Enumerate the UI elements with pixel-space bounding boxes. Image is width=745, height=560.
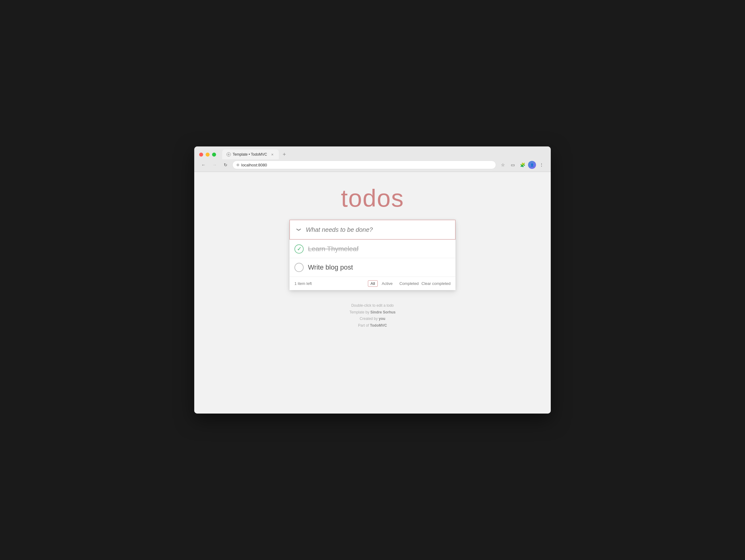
- tab-close-button[interactable]: ✕: [270, 152, 274, 156]
- new-todo-input[interactable]: [306, 226, 450, 233]
- footer-line-1: Double-click to edit a todo: [350, 303, 395, 309]
- traffic-lights: [199, 152, 216, 156]
- todo-text-1: Learn Thymeleaf: [308, 245, 451, 253]
- filter-active-button[interactable]: Active: [379, 280, 395, 287]
- reload-button[interactable]: ↻: [221, 161, 230, 169]
- maximize-button[interactable]: [212, 152, 216, 156]
- browser-chrome: ⊕ Template • TodoMVC ✕ + ← → ↻ ⊕ localho…: [194, 146, 551, 172]
- checkmark-icon: [297, 246, 301, 252]
- items-left-count: 1 item left: [294, 281, 368, 286]
- nav-actions: ☆ ▭ 🧩 👤 ⋮: [498, 161, 546, 169]
- todo-checkbox-1[interactable]: [294, 244, 304, 254]
- minimize-button[interactable]: [205, 152, 209, 156]
- footer-line-3: Created by you: [350, 316, 395, 322]
- browser-window: ⊕ Template • TodoMVC ✕ + ← → ↻ ⊕ localho…: [194, 146, 551, 414]
- todo-item: Learn Thymeleaf: [290, 240, 455, 258]
- todo-input-area: [290, 220, 455, 240]
- back-button[interactable]: ←: [199, 161, 208, 169]
- todo-checkbox-2[interactable]: [294, 263, 304, 272]
- address-bar[interactable]: ⊕ localhost:8080: [232, 161, 496, 169]
- extensions-button[interactable]: 🧩: [518, 161, 527, 169]
- footer-line-2: Template by Sindre Sorhus: [350, 309, 395, 316]
- title-bar: ⊕ Template • TodoMVC ✕ +: [194, 146, 551, 159]
- filter-all-button[interactable]: All: [368, 280, 378, 287]
- page-content: todos Learn Thymeleaf: [194, 172, 551, 414]
- toggle-all-button[interactable]: [295, 225, 303, 234]
- bookmark-button[interactable]: ☆: [498, 161, 507, 169]
- menu-button[interactable]: ⋮: [537, 161, 546, 169]
- forward-button[interactable]: →: [210, 161, 219, 169]
- cast-button[interactable]: ▭: [508, 161, 517, 169]
- profile-button[interactable]: 👤: [528, 161, 536, 169]
- nav-bar: ← → ↻ ⊕ localhost:8080 ☆ ▭ 🧩 👤 ⋮: [194, 159, 551, 172]
- new-tab-button[interactable]: +: [280, 150, 289, 159]
- sindre-sorhus-link[interactable]: Sindre Sorhus: [370, 310, 395, 314]
- security-icon: ⊕: [236, 163, 239, 167]
- chevron-down-icon: [297, 227, 301, 233]
- active-tab[interactable]: ⊕ Template • TodoMVC ✕: [222, 149, 279, 159]
- filter-buttons: All Active Completed: [368, 280, 422, 287]
- todo-list: Learn Thymeleaf Write blog post: [290, 240, 455, 277]
- close-button[interactable]: [199, 152, 203, 156]
- url-display: localhost:8080: [241, 163, 267, 167]
- todo-text-2: Write blog post: [308, 264, 451, 271]
- page-footer: Double-click to edit a todo Template by …: [350, 303, 395, 329]
- todomvc-link[interactable]: TodoMVC: [370, 323, 387, 327]
- tab-bar: ⊕ Template • TodoMVC ✕ +: [222, 149, 546, 159]
- clear-completed-button[interactable]: Clear completed: [421, 281, 451, 286]
- todo-footer: 1 item left All Active Completed Clear c…: [290, 277, 455, 290]
- footer-line-4: Part of TodoMVC: [350, 322, 395, 329]
- todo-container: Learn Thymeleaf Write blog post 1 item l…: [290, 220, 455, 290]
- tab-title: Template • TodoMVC: [233, 152, 267, 156]
- todo-item: Write blog post: [290, 258, 455, 277]
- app-title: todos: [341, 184, 404, 212]
- filter-completed-button[interactable]: Completed: [396, 280, 421, 287]
- tab-favicon: ⊕: [227, 152, 231, 156]
- created-by-link[interactable]: you: [379, 317, 385, 321]
